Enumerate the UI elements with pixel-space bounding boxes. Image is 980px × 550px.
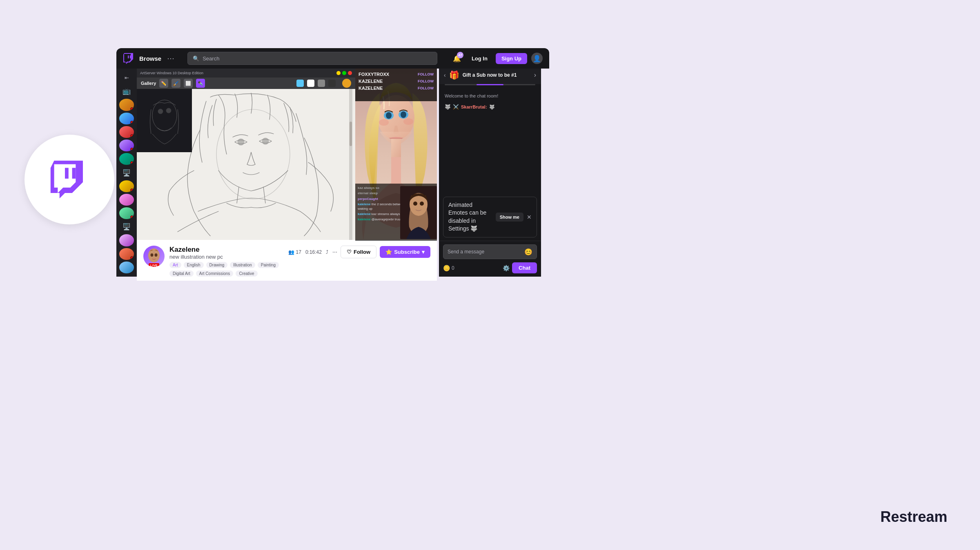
user-avatar-nav[interactable]: 👤 bbox=[531, 53, 543, 64]
follow-channel-3-button[interactable]: FOLLOW bbox=[418, 86, 434, 90]
webcam-pip bbox=[400, 186, 437, 239]
tv-icon: 📺 bbox=[122, 87, 131, 95]
chat-overlay-username-4: kalelene bbox=[358, 202, 371, 206]
notification-button[interactable]: 🔔 47 bbox=[450, 52, 463, 65]
drawing-app-title: ArtServer Windows 10 Desktop Edition bbox=[140, 71, 203, 75]
svg-rect-9 bbox=[350, 122, 352, 146]
sidebar-item-avatar-2[interactable] bbox=[119, 113, 134, 124]
maximize-button[interactable] bbox=[342, 71, 346, 75]
welcome-text: Welcome to the chat room! bbox=[445, 93, 498, 98]
tool-eraser[interactable]: ⬜ bbox=[184, 79, 193, 88]
screen-icon: 🖥️ bbox=[122, 169, 131, 177]
svg-point-20 bbox=[379, 119, 389, 126]
prev-gift-icon[interactable]: ‹ bbox=[444, 72, 446, 78]
tag-creative[interactable]: Creative bbox=[236, 271, 257, 277]
sidebar-item-avatar-10[interactable] bbox=[119, 248, 134, 260]
sidebar-item-avatar-5[interactable] bbox=[119, 153, 134, 165]
svg-point-21 bbox=[403, 118, 413, 125]
svg-point-6 bbox=[238, 139, 244, 145]
svg-rect-10 bbox=[137, 89, 192, 152]
gift-scroll-indicator bbox=[445, 84, 535, 85]
tool-gray[interactable] bbox=[318, 80, 325, 87]
sidebar-item-collapse[interactable]: ⇤ bbox=[119, 72, 134, 84]
tool-blue[interactable] bbox=[296, 80, 304, 87]
gift-scroll-thumb bbox=[477, 84, 504, 85]
close-button[interactable] bbox=[348, 71, 352, 75]
gallery-toolbar: Gallery ✏️ 🖌️ ⬜ ✒️ bbox=[137, 78, 355, 89]
streamer-meta: Kazelene new illustration new pc Art Eng… bbox=[169, 246, 283, 277]
sidebar-item-avatar-6[interactable] bbox=[119, 180, 134, 192]
follow-button[interactable]: ♡ Follow bbox=[341, 246, 376, 258]
tag-drawing[interactable]: Drawing bbox=[206, 262, 228, 268]
signup-button[interactable]: Sign Up bbox=[496, 53, 527, 64]
close-emotes-banner-button[interactable]: ✕ bbox=[527, 214, 532, 220]
tag-illustration[interactable]: Illustration bbox=[230, 262, 255, 268]
sidebar-item-avatar-4[interactable] bbox=[119, 140, 134, 151]
next-gift-icon[interactable]: › bbox=[534, 71, 536, 79]
show-me-button[interactable]: Show me bbox=[496, 213, 523, 222]
chevron-down-icon: ▾ bbox=[422, 249, 425, 255]
sidebar-item-avatar-9[interactable] bbox=[119, 234, 134, 246]
tag-art-commissions[interactable]: Art Commissions bbox=[196, 271, 234, 277]
minimize-button[interactable] bbox=[336, 71, 341, 75]
channel-name-1: FOXXYTROXX bbox=[359, 72, 389, 77]
sidebar-item-avatar-3[interactable] bbox=[119, 126, 134, 138]
more-options-button[interactable]: ⋯ bbox=[167, 54, 174, 63]
follow-channel-2-button[interactable]: FOLLOW bbox=[418, 79, 434, 83]
viewer-icon: 👥 bbox=[288, 249, 294, 255]
sidebar-item-avatar-8[interactable] bbox=[119, 207, 134, 219]
webcam-face bbox=[400, 186, 437, 239]
chat-send-button[interactable]: Chat bbox=[512, 262, 537, 273]
tool-brush[interactable]: 🖌️ bbox=[172, 79, 180, 88]
chat-input-area: Send a message 😊 🪙 0 ⚙️ Chat bbox=[439, 241, 541, 277]
live-indicator bbox=[130, 134, 134, 138]
twitch-nav-logo[interactable] bbox=[123, 53, 134, 64]
tag-digital-art[interactable]: Digital Art bbox=[169, 271, 194, 277]
sidebar-item-home[interactable]: 📺 bbox=[119, 85, 134, 97]
sidebar-item-screen2[interactable]: 🖥️ bbox=[119, 221, 134, 233]
search-bar[interactable]: 🔍 Search bbox=[187, 52, 437, 65]
sidebar-item-screen[interactable]: 🖥️ bbox=[119, 166, 134, 178]
svg-rect-0 bbox=[65, 168, 69, 178]
channel-item-2: KAZELENE FOLLOW bbox=[359, 79, 434, 84]
svg-rect-1 bbox=[72, 168, 76, 178]
tool-white[interactable] bbox=[307, 80, 314, 87]
chat-input-box[interactable]: Send a message 😊 bbox=[443, 244, 537, 259]
emote-picker-button[interactable]: 😊 bbox=[524, 248, 532, 256]
streamer-avatar[interactable]: LIVE bbox=[143, 246, 165, 267]
tag-painting[interactable]: Painting bbox=[258, 262, 279, 268]
svg-rect-22 bbox=[391, 139, 401, 157]
nav-actions: 🔔 47 Log In Sign Up 👤 bbox=[450, 52, 543, 65]
more-icon[interactable]: ⋯ bbox=[332, 249, 337, 255]
live-indicator bbox=[130, 189, 134, 192]
gift-banner: ‹ 🎁 Gift a Sub now to be #1 › bbox=[439, 66, 541, 84]
browse-link[interactable]: Browse bbox=[139, 55, 161, 62]
coins-count: 0 bbox=[452, 265, 454, 271]
chat-overlay-content-6: @averagejoebr truu bbox=[372, 217, 401, 221]
subscribe-button[interactable]: ⭐ Subscribe ▾ bbox=[380, 246, 430, 258]
follow-channel-1-button[interactable]: FOLLOW bbox=[418, 72, 434, 76]
chat-settings-button[interactable]: ⚙️ bbox=[503, 265, 510, 271]
stream-title: new illustration new pc bbox=[169, 254, 283, 260]
chat-overlay-username-3: perpoCaught bbox=[358, 197, 378, 201]
gift-banner-text[interactable]: Gift a Sub now to be #1 bbox=[463, 72, 531, 78]
tag-art[interactable]: Art bbox=[169, 262, 181, 268]
tool-pencil[interactable]: ✏️ bbox=[159, 79, 168, 88]
login-button[interactable]: Log In bbox=[468, 53, 492, 64]
share-icon[interactable]: ⤴ bbox=[326, 249, 328, 255]
sidebar-item-avatar-1[interactable] bbox=[119, 99, 134, 111]
gift-icon: 🎁 bbox=[449, 70, 459, 80]
emotes-text-content: Animated Emotes can be disabled in Setti… bbox=[448, 202, 486, 232]
sidebar-item-avatar-7[interactable] bbox=[119, 194, 134, 206]
window-controls bbox=[336, 71, 352, 75]
live-indicator bbox=[130, 215, 134, 219]
stream-stats: 👥 17 0:16:42 ⤴ ⋯ bbox=[288, 249, 337, 255]
notification-badge: 47 bbox=[457, 52, 463, 58]
sidebar-item-avatar-11[interactable] bbox=[119, 262, 134, 273]
tool-pen[interactable]: ✒️ bbox=[196, 79, 205, 88]
streamer-name[interactable]: Kazelene bbox=[169, 246, 283, 254]
color-picker[interactable] bbox=[342, 79, 351, 88]
tag-english[interactable]: English bbox=[184, 262, 204, 268]
tool-dark[interactable] bbox=[328, 80, 336, 87]
svg-point-29 bbox=[155, 253, 158, 257]
